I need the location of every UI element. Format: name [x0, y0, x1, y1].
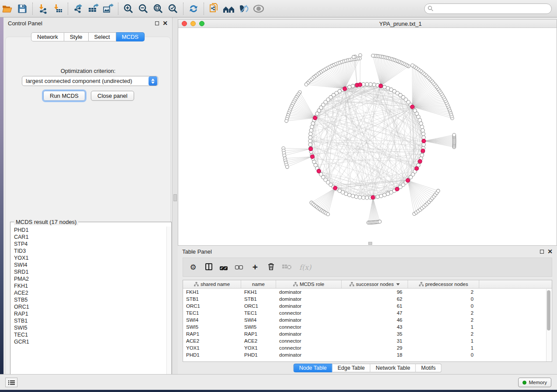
cell-MCDS-role[interactable]: dominator [276, 352, 342, 358]
mcds-node-item[interactable]: STP4 [14, 241, 166, 248]
cell-shared-name[interactable]: ACE2 [183, 338, 241, 344]
mcds-node-item[interactable]: TID3 [14, 248, 166, 254]
mcds-node-item[interactable]: PHD1 [14, 227, 166, 234]
cell-successor-nodes[interactable]: 31 [342, 338, 408, 344]
cell-name[interactable]: TEC1 [241, 310, 276, 316]
cell-predecessor-nodes[interactable]: 1 [408, 324, 479, 330]
zoom-fit-icon[interactable] [151, 2, 166, 15]
table-row[interactable]: SWI5SWI5connector431 [183, 323, 552, 330]
search-input[interactable] [424, 3, 552, 14]
cell-predecessor-nodes[interactable]: 0 [408, 352, 479, 358]
cell-predecessor-nodes[interactable]: 2 [408, 289, 479, 295]
cell-name[interactable]: RAP1 [241, 331, 276, 337]
mcds-node-item[interactable]: ORC1 [14, 303, 166, 310]
column-header-predecessor-nodes[interactable]: predecessor nodes [408, 280, 479, 288]
cell-shared-name[interactable]: FKH1 [183, 289, 241, 295]
criterion-dropdown[interactable]: largest connected component (undirected) [22, 76, 158, 86]
network-window-titlebar[interactable]: YPA_prune.txt_1 [178, 20, 557, 28]
tab-style[interactable]: Style [64, 32, 89, 41]
zoom-in-icon[interactable] [121, 2, 136, 15]
table-scrollbar[interactable] [546, 289, 551, 361]
refresh-layout-icon[interactable] [186, 2, 201, 15]
column-visibility-icon[interactable] [205, 263, 212, 272]
close-panel-button[interactable]: Close panel [91, 91, 134, 101]
mcds-node-item[interactable]: SWI5 [14, 324, 166, 331]
column-header-name[interactable]: name [241, 280, 276, 288]
cell-predecessor-nodes[interactable]: 1 [408, 338, 479, 344]
memory-button[interactable]: Memory [518, 378, 551, 387]
tab-motifs[interactable]: Motifs [416, 364, 441, 372]
cell-MCDS-role[interactable]: connector [276, 324, 342, 330]
float-window-icon[interactable] [540, 250, 544, 254]
clone-network-icon[interactable] [207, 2, 221, 15]
delete-column-icon[interactable] [267, 262, 275, 272]
table-row[interactable]: RAP1RAP1dominator352 [183, 330, 552, 337]
vertical-splitter[interactable] [173, 17, 178, 374]
cell-successor-nodes[interactable]: 18 [342, 352, 408, 358]
close-panel-icon[interactable]: ✕ [547, 249, 553, 254]
cell-shared-name[interactable]: RAP1 [183, 331, 241, 337]
cell-successor-nodes[interactable]: 35 [342, 331, 408, 337]
cell-MCDS-role[interactable]: dominator [276, 317, 342, 323]
cell-predecessor-nodes[interactable]: 0 [408, 296, 479, 302]
network-canvas[interactable] [178, 28, 557, 245]
column-header-MCDS-role[interactable]: MCDS role [276, 280, 342, 288]
cell-successor-nodes[interactable]: 43 [342, 324, 408, 330]
cell-name[interactable]: STB1 [241, 296, 276, 302]
mcds-node-item[interactable]: STB5 [14, 296, 166, 303]
cell-name[interactable]: SWI5 [241, 324, 276, 330]
cell-successor-nodes[interactable]: 46 [342, 317, 408, 323]
cell-successor-nodes[interactable]: 62 [342, 296, 408, 302]
cell-MCDS-role[interactable]: connector [276, 338, 342, 344]
run-mcds-button[interactable]: Run MCDS [43, 91, 85, 101]
mcds-node-item[interactable]: ACE2 [14, 289, 166, 296]
open-file-icon[interactable] [0, 2, 15, 15]
mcds-node-item[interactable]: SWI4 [14, 261, 166, 268]
mcds-node-item[interactable]: TEC1 [14, 331, 166, 338]
table-row[interactable]: PHD1PHD1dominator180 [183, 351, 552, 358]
mcds-node-item[interactable]: SRD1 [14, 268, 166, 275]
first-neighbors-icon[interactable] [221, 2, 236, 15]
export-network-icon[interactable] [71, 2, 86, 15]
cell-name[interactable]: ACE2 [241, 338, 276, 344]
cell-MCDS-role[interactable]: dominator [276, 303, 342, 309]
mcds-node-item[interactable]: PMA2 [14, 275, 166, 282]
cell-successor-nodes[interactable]: 96 [342, 289, 408, 295]
mcds-node-item[interactable]: YOX1 [14, 254, 166, 261]
cell-name[interactable]: FKH1 [241, 289, 276, 295]
close-panel-icon[interactable]: ✕ [163, 21, 168, 25]
deselect-all-icon[interactable] [235, 264, 243, 271]
cell-shared-name[interactable]: SWI4 [183, 317, 241, 323]
tab-node-table[interactable]: Node Table [294, 364, 332, 372]
import-network-icon[interactable] [35, 2, 50, 15]
horizontal-splitter-handle[interactable] [368, 242, 372, 245]
cell-MCDS-role[interactable]: connector [276, 345, 342, 351]
task-history-button[interactable] [5, 378, 17, 387]
column-header-shared-name[interactable]: shared name [183, 280, 241, 288]
import-table-icon[interactable] [50, 2, 65, 15]
mcds-node-item[interactable]: STB1 [14, 317, 166, 324]
cell-successor-nodes[interactable]: 47 [342, 310, 408, 316]
mcds-node-item[interactable]: GCR1 [14, 338, 166, 345]
cell-MCDS-role[interactable]: dominator [276, 289, 342, 295]
cell-shared-name[interactable]: ORC1 [183, 303, 241, 309]
cell-name[interactable]: PHD1 [241, 352, 276, 358]
tab-network[interactable]: Network [31, 32, 64, 41]
window-zoom-icon[interactable] [199, 21, 204, 26]
table-scrollbar-thumb[interactable] [547, 290, 550, 330]
hide-selected-icon[interactable] [236, 2, 251, 15]
cell-shared-name[interactable]: STB1 [183, 296, 241, 302]
float-window-icon[interactable] [155, 21, 159, 25]
export-image-icon[interactable] [100, 2, 115, 15]
cell-predecessor-nodes[interactable]: 2 [408, 310, 479, 316]
cell-shared-name[interactable]: TEC1 [183, 310, 241, 316]
table-row[interactable]: STB1STB1dominator620 [183, 296, 552, 303]
cell-MCDS-role[interactable]: dominator [276, 296, 342, 302]
add-column-icon[interactable]: + [250, 262, 260, 272]
table-settings-icon[interactable]: ⚙ [188, 263, 198, 272]
table-row[interactable]: SWI4SWI4dominator462 [183, 316, 552, 323]
cell-successor-nodes[interactable]: 29 [342, 345, 408, 351]
window-minimize-icon[interactable] [190, 21, 196, 26]
tab-mcds[interactable]: MCDS [116, 32, 145, 41]
cell-shared-name[interactable]: YOX1 [183, 345, 241, 351]
